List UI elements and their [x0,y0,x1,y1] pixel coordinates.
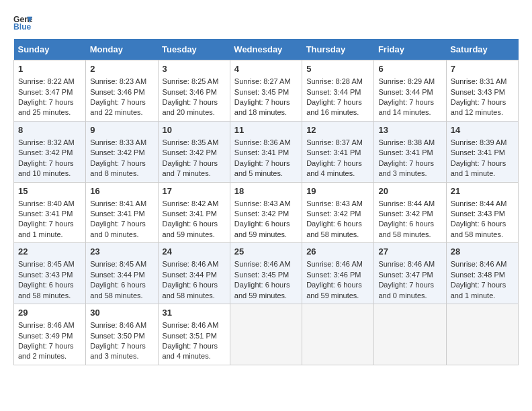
col-header-tuesday: Tuesday [158,39,230,60]
day-info: Sunset: 3:42 PM [163,148,217,156]
day-info: Sunrise: 8:46 AM [18,321,75,329]
day-info: Sunrise: 8:27 AM [234,77,291,85]
day-info: Sunset: 3:51 PM [163,332,217,340]
day-number: 26 [306,246,369,258]
day-info: Sunset: 3:44 PM [378,88,433,96]
day-info: Sunset: 3:46 PM [163,88,217,96]
calendar-header-row: SundayMondayTuesdayWednesdayThursdayFrid… [14,39,519,60]
calendar-cell: 23Sunrise: 8:45 AMSunset: 3:44 PMDayligh… [86,243,158,304]
calendar-cell: 30Sunrise: 8:46 AMSunset: 3:50 PMDayligh… [86,304,158,365]
day-info: and 4 minutes. [306,169,355,177]
day-info: Sunrise: 8:46 AM [163,260,219,268]
day-info: and 59 minutes. [234,291,287,300]
day-info: Sunrise: 8:42 AM [163,199,219,208]
calendar-cell: 1Sunrise: 8:22 AMSunset: 3:47 PMDaylight… [14,60,86,122]
day-info: and 2 minutes. [18,352,66,360]
day-info: Sunset: 3:42 PM [378,210,433,218]
day-number: 14 [451,124,514,136]
day-info: Daylight: 7 hours [18,98,74,106]
svg-text:Blue: Blue [13,22,32,32]
calendar-cell: 4Sunrise: 8:27 AMSunset: 3:45 PMDaylight… [230,60,302,122]
day-info: Sunrise: 8:38 AM [378,138,435,146]
day-info: Sunset: 3:41 PM [90,210,144,218]
week-row-1: 1Sunrise: 8:22 AMSunset: 3:47 PMDaylight… [14,60,519,122]
day-number: 13 [378,124,441,136]
calendar-cell: 20Sunrise: 8:44 AMSunset: 3:42 PMDayligh… [374,182,446,243]
day-number: 21 [451,185,514,197]
calendar-cell: 8Sunrise: 8:32 AMSunset: 3:42 PMDaylight… [14,121,86,182]
day-info: Daylight: 7 hours [163,159,218,167]
col-header-thursday: Thursday [302,39,374,60]
calendar-cell: 7Sunrise: 8:31 AMSunset: 3:43 PMDaylight… [446,60,518,122]
col-header-friday: Friday [374,39,446,60]
day-info: Daylight: 7 hours [163,342,218,350]
day-info: and 10 minutes. [18,169,71,177]
day-info: Daylight: 7 hours [18,220,74,228]
day-number: 7 [451,63,514,75]
calendar-cell [374,304,446,365]
day-number: 11 [234,124,298,136]
day-info: Sunset: 3:50 PM [90,332,144,340]
calendar-cell [446,304,518,365]
day-info: and 16 minutes. [306,108,359,116]
day-info: Sunrise: 8:28 AM [306,77,363,85]
day-info: and 1 minute. [451,291,496,300]
day-info: and 7 minutes. [163,169,211,177]
day-number: 15 [18,185,81,197]
day-number: 4 [234,63,298,75]
day-info: Daylight: 7 hours [234,98,290,106]
calendar-cell: 14Sunrise: 8:39 AMSunset: 3:41 PMDayligh… [446,121,518,182]
day-info: Sunrise: 8:45 AM [90,260,146,268]
day-info: Sunset: 3:42 PM [234,210,289,218]
day-number: 28 [451,246,514,258]
day-info: and 3 minutes. [90,352,138,360]
day-info: and 5 minutes. [234,169,283,177]
day-info: Daylight: 7 hours [18,342,74,350]
day-info: and 58 minutes. [90,291,142,300]
day-info: Daylight: 7 hours [378,159,434,167]
day-number: 17 [163,185,226,197]
day-info: and 4 minutes. [163,352,211,360]
day-info: Daylight: 7 hours [163,98,218,106]
day-info: Sunset: 3:41 PM [18,210,73,218]
day-info: Daylight: 7 hours [18,159,74,167]
day-info: Sunset: 3:42 PM [306,210,361,218]
day-number: 16 [90,185,153,197]
day-info: Sunrise: 8:46 AM [306,260,363,268]
logo-icon: General Blue [13,13,32,32]
calendar-cell: 2Sunrise: 8:23 AMSunset: 3:46 PMDaylight… [86,60,158,122]
day-info: Sunset: 3:41 PM [163,210,217,218]
day-info: Daylight: 7 hours [451,159,506,167]
day-info: Sunrise: 8:46 AM [451,260,507,268]
day-info: Sunrise: 8:45 AM [18,260,75,268]
day-info: Daylight: 7 hours [378,281,434,289]
day-info: Daylight: 7 hours [90,342,146,350]
day-info: Sunset: 3:41 PM [378,148,433,156]
day-info: Sunrise: 8:25 AM [163,77,219,85]
calendar-cell: 3Sunrise: 8:25 AMSunset: 3:46 PMDaylight… [158,60,230,122]
day-info: and 3 minutes. [378,169,427,177]
week-row-2: 8Sunrise: 8:32 AMSunset: 3:42 PMDaylight… [14,121,519,182]
day-number: 18 [234,185,298,197]
day-number: 24 [163,246,226,258]
day-info: Sunset: 3:41 PM [234,148,289,156]
day-info: Sunset: 3:41 PM [306,148,361,156]
day-number: 20 [378,185,441,197]
day-info: Sunset: 3:46 PM [306,271,361,279]
day-info: Sunset: 3:47 PM [378,271,433,279]
calendar-cell [302,304,374,365]
day-info: Sunrise: 8:44 AM [451,199,507,208]
day-info: and 59 minutes. [306,291,359,300]
calendar-table: SundayMondayTuesdayWednesdayThursdayFrid… [13,39,519,365]
day-info: and 0 minutes. [90,230,138,238]
day-info: Sunset: 3:46 PM [90,88,144,96]
day-info: Daylight: 7 hours [90,159,146,167]
day-info: and 59 minutes. [163,230,215,238]
day-info: and 20 minutes. [163,108,215,116]
day-info: Sunrise: 8:46 AM [378,260,435,268]
day-number: 5 [306,63,369,75]
week-row-4: 22Sunrise: 8:45 AMSunset: 3:43 PMDayligh… [14,243,519,304]
calendar-cell: 28Sunrise: 8:46 AMSunset: 3:48 PMDayligh… [446,243,518,304]
day-info: Sunset: 3:43 PM [451,88,505,96]
day-info: Daylight: 7 hours [306,159,362,167]
